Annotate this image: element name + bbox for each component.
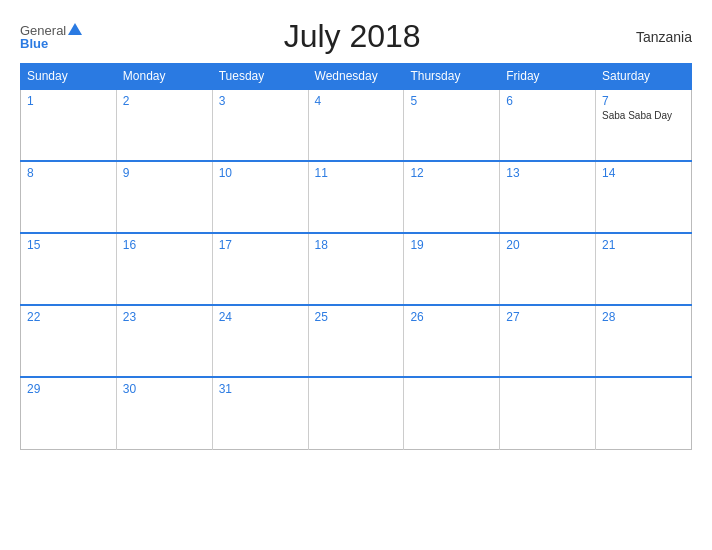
weekday-monday: Monday: [116, 64, 212, 90]
day-number: 21: [602, 238, 685, 252]
calendar-cell: 26: [404, 305, 500, 377]
weekday-header-row: Sunday Monday Tuesday Wednesday Thursday…: [21, 64, 692, 90]
calendar-cell: 23: [116, 305, 212, 377]
header: General Blue July 2018 Tanzania: [20, 18, 692, 55]
day-number: 26: [410, 310, 493, 324]
calendar-cell: 21: [596, 233, 692, 305]
calendar-cell: 3: [212, 89, 308, 161]
calendar-cell: 5: [404, 89, 500, 161]
calendar-cell: 18: [308, 233, 404, 305]
calendar-cell: 15: [21, 233, 117, 305]
calendar-cell: [404, 377, 500, 449]
day-number: 8: [27, 166, 110, 180]
day-number: 15: [27, 238, 110, 252]
day-number: 23: [123, 310, 206, 324]
day-number: 9: [123, 166, 206, 180]
calendar-title: July 2018: [82, 18, 622, 55]
calendar-cell: 8: [21, 161, 117, 233]
calendar-cell: 14: [596, 161, 692, 233]
day-number: 5: [410, 94, 493, 108]
day-number: 29: [27, 382, 110, 396]
logo-blue: Blue: [20, 37, 48, 50]
day-number: 17: [219, 238, 302, 252]
day-number: 6: [506, 94, 589, 108]
calendar-cell: 17: [212, 233, 308, 305]
calendar-cell: 11: [308, 161, 404, 233]
calendar-cell: 28: [596, 305, 692, 377]
calendar-cell: 27: [500, 305, 596, 377]
day-number: 1: [27, 94, 110, 108]
calendar-cell: 7Saba Saba Day: [596, 89, 692, 161]
calendar-week-row: 15161718192021: [21, 233, 692, 305]
country-label: Tanzania: [622, 29, 692, 45]
day-number: 12: [410, 166, 493, 180]
weekday-friday: Friday: [500, 64, 596, 90]
calendar-cell: [500, 377, 596, 449]
calendar-cell: 19: [404, 233, 500, 305]
calendar-cell: [596, 377, 692, 449]
calendar-cell: 9: [116, 161, 212, 233]
day-number: 3: [219, 94, 302, 108]
day-number: 31: [219, 382, 302, 396]
calendar-cell: 24: [212, 305, 308, 377]
calendar-cell: 10: [212, 161, 308, 233]
day-number: 18: [315, 238, 398, 252]
calendar-week-row: 1234567Saba Saba Day: [21, 89, 692, 161]
calendar-cell: 1: [21, 89, 117, 161]
calendar-cell: 29: [21, 377, 117, 449]
day-number: 30: [123, 382, 206, 396]
day-number: 11: [315, 166, 398, 180]
day-number: 2: [123, 94, 206, 108]
day-number: 10: [219, 166, 302, 180]
calendar-cell: 25: [308, 305, 404, 377]
day-number: 19: [410, 238, 493, 252]
day-number: 14: [602, 166, 685, 180]
calendar-cell: 2: [116, 89, 212, 161]
logo-triangle-icon: [68, 23, 82, 35]
day-number: 16: [123, 238, 206, 252]
calendar-cell: 22: [21, 305, 117, 377]
calendar-cell: 31: [212, 377, 308, 449]
calendar-page: General Blue July 2018 Tanzania Sunday M…: [0, 0, 712, 550]
day-number: 24: [219, 310, 302, 324]
calendar-week-row: 293031: [21, 377, 692, 449]
weekday-thursday: Thursday: [404, 64, 500, 90]
weekday-saturday: Saturday: [596, 64, 692, 90]
weekday-sunday: Sunday: [21, 64, 117, 90]
calendar-cell: 12: [404, 161, 500, 233]
day-number: 25: [315, 310, 398, 324]
day-number: 20: [506, 238, 589, 252]
day-number: 22: [27, 310, 110, 324]
day-number: 13: [506, 166, 589, 180]
calendar-week-row: 891011121314: [21, 161, 692, 233]
day-number: 28: [602, 310, 685, 324]
weekday-tuesday: Tuesday: [212, 64, 308, 90]
day-number: 7: [602, 94, 685, 108]
calendar-week-row: 22232425262728: [21, 305, 692, 377]
calendar-cell: 6: [500, 89, 596, 161]
day-number: 27: [506, 310, 589, 324]
day-number: 4: [315, 94, 398, 108]
logo: General Blue: [20, 24, 82, 50]
calendar-cell: 13: [500, 161, 596, 233]
calendar-cell: 4: [308, 89, 404, 161]
logo-general: General: [20, 24, 66, 37]
calendar-cell: 16: [116, 233, 212, 305]
calendar-cell: 30: [116, 377, 212, 449]
calendar-table: Sunday Monday Tuesday Wednesday Thursday…: [20, 63, 692, 450]
calendar-cell: [308, 377, 404, 449]
calendar-cell: 20: [500, 233, 596, 305]
weekday-wednesday: Wednesday: [308, 64, 404, 90]
holiday-label: Saba Saba Day: [602, 110, 685, 121]
